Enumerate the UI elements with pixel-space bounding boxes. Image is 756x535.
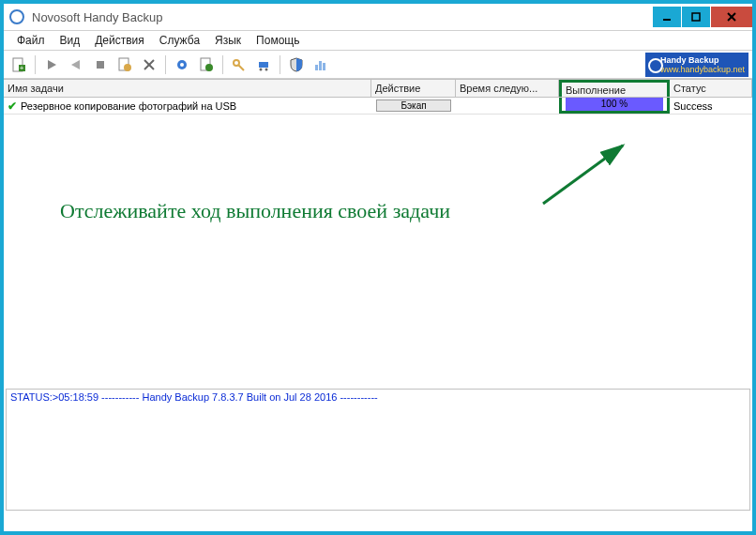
window-controls (652, 7, 752, 27)
schedule-icon[interactable] (113, 54, 136, 76)
new-task-icon[interactable]: + (8, 54, 30, 76)
svg-rect-20 (259, 62, 268, 68)
maximize-button[interactable] (682, 7, 710, 27)
svg-marker-8 (71, 60, 80, 69)
stop-icon[interactable] (89, 54, 112, 76)
settings-gear-icon[interactable] (171, 54, 193, 76)
menu-view[interactable]: Вид (53, 32, 88, 49)
task-status-cell: Success (670, 98, 752, 114)
svg-point-11 (124, 64, 131, 71)
brand-badge[interactable]: Handy Backup www.handybackup.net (645, 53, 748, 77)
menu-help[interactable]: Помощь (249, 32, 307, 49)
play-icon[interactable] (40, 54, 63, 76)
svg-marker-7 (48, 60, 56, 69)
task-grid-header: Имя задачи Действие Время следую... Выпо… (4, 79, 752, 98)
svg-point-21 (260, 68, 263, 70)
svg-line-26 (543, 145, 623, 204)
svg-point-17 (205, 64, 213, 71)
svg-rect-0 (663, 19, 671, 21)
brand-url: www.handybackup.net (660, 65, 748, 74)
col-header-status[interactable]: Статус (670, 80, 752, 97)
col-header-action[interactable]: Действие (371, 80, 456, 97)
task-row[interactable]: ✔ Резервное копирование фотографий на US… (4, 98, 752, 115)
task-name-cell: ✔ Резервное копирование фотографий на US… (4, 98, 371, 114)
annotation-text: Отслеживайте ход выполнения своей задачи (60, 199, 450, 223)
close-button[interactable] (711, 7, 752, 27)
window-title: Novosoft Handy Backup (32, 10, 162, 24)
cart-icon[interactable] (252, 54, 275, 76)
chart-icon[interactable] (310, 54, 332, 76)
svg-rect-9 (97, 61, 104, 69)
success-check-icon: ✔ (8, 99, 17, 113)
task-area: Отслеживайте ход выполнения своей задачи (4, 115, 752, 387)
progress-bar: 100 % (566, 98, 663, 111)
annotation-arrow-icon (534, 138, 646, 213)
menu-file[interactable]: Файл (9, 32, 53, 49)
log-line: STATUS:>05:18:59 ----------- Handy Backu… (10, 391, 746, 403)
col-header-next[interactable]: Время следую... (456, 80, 559, 97)
svg-point-15 (180, 63, 184, 67)
svg-rect-24 (319, 61, 322, 70)
back-icon[interactable] (65, 54, 87, 76)
brand-title: Handy Backup (660, 55, 748, 65)
menu-actions[interactable]: Действия (87, 32, 152, 49)
action-chip: Бэкап (376, 99, 451, 112)
col-header-progress[interactable]: Выполнение (559, 80, 670, 97)
shield-icon[interactable] (285, 54, 308, 76)
task-name-text: Резервное копирование фотографий на USB (21, 100, 236, 112)
delete-icon[interactable] (138, 54, 160, 76)
task-action-cell: Бэкап (371, 98, 456, 114)
main-window: Novosoft Handy Backup Файл Вид Действия … (0, 0, 756, 535)
task-progress-cell: 100 % (559, 98, 670, 114)
minimize-button[interactable] (653, 7, 681, 27)
menu-service[interactable]: Служба (152, 32, 207, 49)
menu-language[interactable]: Язык (207, 32, 249, 49)
svg-point-22 (265, 68, 268, 70)
menubar: Файл Вид Действия Служба Язык Помощь (4, 30, 752, 51)
refresh-icon[interactable] (195, 54, 218, 76)
svg-rect-23 (315, 65, 318, 70)
svg-rect-25 (323, 63, 325, 70)
col-header-name[interactable]: Имя задачи (4, 80, 371, 97)
task-next-cell (456, 98, 559, 114)
statusbar (4, 512, 752, 531)
app-icon (9, 9, 24, 24)
titlebar: Novosoft Handy Backup (4, 4, 752, 30)
key-icon[interactable] (228, 54, 250, 76)
log-panel[interactable]: STATUS:>05:18:59 ----------- Handy Backu… (6, 389, 750, 511)
svg-rect-1 (692, 13, 700, 21)
svg-line-19 (238, 65, 244, 70)
toolbar: + (4, 51, 752, 79)
svg-text:+: + (20, 64, 24, 72)
